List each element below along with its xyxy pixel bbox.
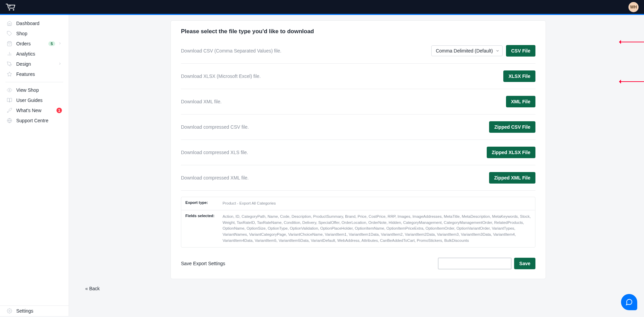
sidebar-item-label: Support Centre: [16, 118, 62, 123]
save-settings-label: Save Export Settings: [181, 261, 225, 266]
zipped-xlsx-file-button[interactable]: Zipped XLSX File: [487, 147, 535, 158]
sidebar-item-features[interactable]: Features: [0, 69, 69, 79]
sidebar-divider: [5, 82, 63, 82]
chevron-right-icon: [58, 61, 62, 67]
sidebar-item-label: Settings: [16, 308, 62, 314]
xlsx-file-button[interactable]: XLSX File: [503, 70, 535, 82]
sidebar-badge: 1: [56, 108, 62, 113]
sidebar-item-shop[interactable]: Shop: [0, 28, 69, 39]
page-title: Please select the file type you'd like t…: [181, 28, 535, 35]
download-row: Download compressed CSV file.Zipped CSV …: [181, 114, 535, 140]
sidebar-item-label: Dashboard: [16, 21, 62, 26]
export-type-value: Product - Export All Categories: [223, 200, 276, 207]
tag-icon: [7, 31, 12, 36]
sidebar-item-label: What's New: [16, 108, 56, 113]
annotation-arrow-2: [620, 81, 644, 82]
download-row: Download XML file.XML File: [181, 89, 535, 114]
sidebar-item-user-guides[interactable]: User Guides: [0, 95, 69, 105]
download-row-label: Download compressed XML file.: [181, 175, 249, 181]
fields-selected-value: Action, ID, CategoryPath, Name, Code, De…: [223, 214, 531, 244]
brush-icon: [7, 61, 12, 67]
chat-icon: [625, 298, 633, 306]
eye-icon: [7, 87, 12, 93]
save-button[interactable]: Save: [514, 258, 535, 269]
chevron-right-icon: [58, 41, 62, 46]
svg-point-8: [9, 89, 10, 91]
star-icon: [7, 71, 12, 77]
download-row: Download compressed XML file.Zipped XML …: [181, 165, 535, 191]
download-row-label: Download CSV (Comma Separated Values) fi…: [181, 48, 281, 54]
zipped-csv-file-button[interactable]: Zipped CSV File: [489, 121, 535, 133]
download-row-label: Download compressed CSV file.: [181, 124, 249, 130]
sidebar-item-view-shop[interactable]: View Shop: [0, 85, 69, 95]
top-bar: EKM WH: [0, 0, 644, 15]
download-row: Download compressed XLS file.Zipped XLSX…: [181, 140, 535, 165]
xml-file-button[interactable]: XML File: [506, 96, 535, 107]
save-settings-input[interactable]: [438, 258, 511, 269]
book-icon: [7, 98, 12, 103]
sidebar-item-label: Shop: [16, 31, 62, 36]
sidebar: DashboardShopOrders5AnalyticsDesignFeatu…: [0, 15, 69, 316]
logo[interactable]: EKM: [5, 3, 17, 11]
sidebar-item-dashboard[interactable]: Dashboard: [0, 18, 69, 28]
sidebar-item-analytics[interactable]: Analytics: [0, 49, 69, 59]
sidebar-item-label: View Shop: [16, 87, 62, 93]
svg-marker-7: [7, 72, 12, 76]
svg-point-0: [9, 9, 10, 10]
sidebar-item-label: Design: [16, 61, 55, 67]
sidebar-item-label: Orders: [16, 41, 48, 46]
sidebar-badge: 5: [48, 41, 55, 46]
sidebar-item-design[interactable]: Design: [0, 59, 69, 69]
export-summary: Export type: Product - Export All Catego…: [181, 197, 535, 248]
zipped-xml-file-button[interactable]: Zipped XML File: [489, 172, 535, 184]
bag-icon: [7, 41, 12, 46]
analytics-icon: [7, 51, 12, 57]
sidebar-item-label: User Guides: [16, 98, 62, 103]
avatar[interactable]: WH: [628, 2, 639, 12]
csv-file-button[interactable]: CSV File: [506, 45, 535, 57]
sidebar-item-label: Analytics: [16, 51, 62, 57]
download-row: Download CSV (Comma Separated Values) fi…: [181, 45, 535, 64]
globe-icon: [7, 118, 12, 123]
csv-delimiter-select[interactable]: Comma Delimited (Default): [431, 45, 503, 56]
export-type-label: Export type:: [185, 200, 223, 207]
download-row-label: Download XML file.: [181, 99, 222, 104]
gear-icon: [7, 308, 12, 314]
rocket-icon: [7, 108, 12, 113]
download-row-label: Download compressed XLS file.: [181, 150, 248, 155]
annotation-arrow-1: [620, 42, 644, 42]
main-content: Please select the file type you'd like t…: [69, 15, 644, 316]
svg-point-11: [9, 310, 10, 312]
sidebar-item-label: Features: [16, 71, 62, 77]
sidebar-item-orders[interactable]: Orders5: [0, 39, 69, 49]
download-row: Download XLSX (Microsoft Excel) file.XLS…: [181, 64, 535, 89]
home-icon: [7, 21, 12, 26]
export-card: Please select the file type you'd like t…: [170, 20, 546, 279]
download-row-label: Download XLSX (Microsoft Excel) file.: [181, 73, 261, 79]
cart-icon: [5, 3, 17, 11]
back-link[interactable]: « Back: [85, 286, 100, 291]
fields-selected-label: Fields selected:: [185, 214, 223, 218]
sidebar-item-what-s-new[interactable]: What's New1: [0, 105, 69, 115]
svg-point-1: [13, 9, 14, 10]
sidebar-item-settings[interactable]: Settings: [0, 306, 69, 316]
sidebar-item-support-centre[interactable]: Support Centre: [0, 115, 69, 126]
chat-button[interactable]: [621, 294, 637, 310]
